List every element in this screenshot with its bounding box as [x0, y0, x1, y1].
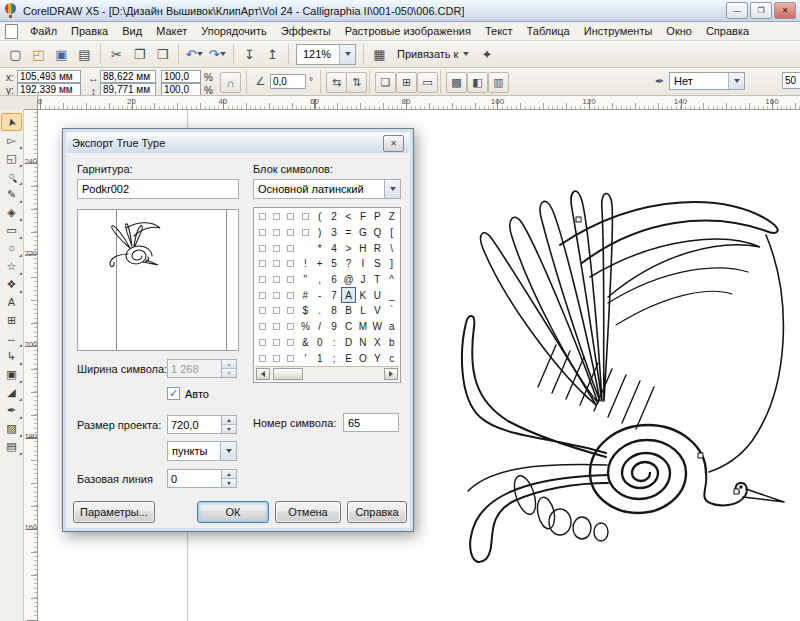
- text-tool[interactable]: A: [1, 293, 22, 311]
- dialog-titlebar[interactable]: Экспорт True Type ✕: [67, 133, 409, 153]
- redo-button[interactable]: ↷: [206, 43, 229, 65]
- snap-to-combo[interactable]: Привязать к: [391, 43, 475, 65]
- glyph-cell[interactable]: 9: [327, 319, 341, 335]
- glyph-cell[interactable]: ?: [341, 256, 355, 272]
- export-button[interactable]: ↥: [261, 43, 284, 65]
- glyph-cell[interactable]: I: [356, 256, 370, 272]
- glyph-cell[interactable]: :: [327, 335, 341, 351]
- glyph-cell[interactable]: ^: [385, 272, 399, 288]
- glyph-cell[interactable]: [284, 303, 298, 319]
- glyph-cell[interactable]: [269, 240, 283, 256]
- glyph-cell[interactable]: >: [341, 240, 355, 256]
- glyph-cell[interactable]: [298, 225, 312, 241]
- glyph-cell[interactable]: D: [341, 335, 355, 351]
- ruler-origin-corner[interactable]: [24, 96, 38, 110]
- glyph-cell[interactable]: [269, 272, 283, 288]
- object-width-field[interactable]: 88,622 мм: [100, 70, 156, 83]
- glyph-cell[interactable]: [269, 350, 283, 366]
- undo-button[interactable]: ↶: [183, 43, 206, 65]
- ok-button[interactable]: ОК: [197, 501, 269, 523]
- spin-up-icon[interactable]: [222, 416, 236, 424]
- glyph-cell[interactable]: A: [341, 287, 355, 303]
- cancel-button[interactable]: Отмена: [275, 501, 341, 523]
- menu-item[interactable]: Файл: [23, 22, 64, 41]
- menu-item[interactable]: Справка: [699, 22, 756, 41]
- glyph-cell[interactable]: 7: [327, 287, 341, 303]
- glyph-cell[interactable]: ): [313, 225, 327, 241]
- scrollbar-thumb[interactable]: [273, 368, 303, 380]
- frame-button[interactable]: ▭: [417, 72, 438, 93]
- x-position-field[interactable]: 105,493 мм: [17, 70, 81, 83]
- glyph-cell[interactable]: [255, 256, 269, 272]
- glyph-cell[interactable]: [255, 272, 269, 288]
- glyph-cell[interactable]: [269, 319, 283, 335]
- glyph-cell[interactable]: [284, 225, 298, 241]
- glyph-cell[interactable]: [255, 225, 269, 241]
- glyph-cell[interactable]: X: [370, 335, 384, 351]
- dialog-close-button[interactable]: ✕: [383, 135, 404, 152]
- glyph-cell[interactable]: [284, 350, 298, 366]
- mirror-vertical-button[interactable]: ⇅: [346, 72, 367, 93]
- baseline-spinner[interactable]: 0: [167, 469, 237, 488]
- glyph-cell[interactable]: %: [298, 319, 312, 335]
- glyph-cell[interactable]: (: [313, 209, 327, 225]
- glyph-cell[interactable]: ': [298, 350, 312, 366]
- scale-y-field[interactable]: 100,0: [161, 83, 201, 96]
- glyph-cell[interactable]: ,: [313, 272, 327, 288]
- glyph-cell[interactable]: 2: [327, 209, 341, 225]
- ellipse-tool[interactable]: ○: [1, 239, 22, 257]
- glyph-cell[interactable]: E: [341, 350, 355, 366]
- spin-down-icon[interactable]: [222, 478, 236, 487]
- glyph-cell[interactable]: B: [341, 303, 355, 319]
- pick-tool[interactable]: ➤: [1, 113, 22, 131]
- scroll-left-button[interactable]: [256, 368, 270, 380]
- glyph-cell[interactable]: [269, 335, 283, 351]
- glyph-cell[interactable]: @: [341, 272, 355, 288]
- glyph-cell[interactable]: [284, 319, 298, 335]
- glyph-cell[interactable]: J: [356, 272, 370, 288]
- glyph-cell[interactable]: [255, 303, 269, 319]
- grid-button[interactable]: ⊞: [396, 72, 417, 93]
- glyph-cell[interactable]: $: [298, 303, 312, 319]
- maximize-button[interactable]: ❐: [750, 2, 772, 19]
- glyph-cell[interactable]: !: [298, 256, 312, 272]
- glyph-cell[interactable]: [284, 287, 298, 303]
- menu-item[interactable]: Инструменты: [577, 22, 660, 41]
- glyph-cell[interactable]: Z: [385, 209, 399, 225]
- glyph-cell[interactable]: M: [356, 319, 370, 335]
- glyph-cell[interactable]: [284, 335, 298, 351]
- glyph-cell[interactable]: Q: [370, 225, 384, 241]
- halftone-button[interactable]: ◧: [467, 72, 488, 93]
- connector-tool[interactable]: ↳: [1, 347, 22, 365]
- close-button[interactable]: ✕: [774, 2, 796, 19]
- import-button[interactable]: ↧: [238, 43, 261, 65]
- glyph-cell[interactable]: [269, 209, 283, 225]
- units-select[interactable]: пункты: [167, 441, 237, 461]
- effects-button[interactable]: ▩: [446, 72, 467, 93]
- glyph-cell[interactable]: 4: [327, 240, 341, 256]
- spinner-buttons[interactable]: [221, 470, 236, 487]
- blend-tool[interactable]: ▣: [1, 365, 22, 383]
- auto-checkbox[interactable]: ✓ Авто: [167, 387, 209, 400]
- glyph-cell[interactable]: &: [298, 335, 312, 351]
- glyph-cell[interactable]: +: [313, 256, 327, 272]
- y-position-field[interactable]: 192,339 мм: [17, 83, 81, 96]
- menu-item[interactable]: Вид: [115, 22, 149, 41]
- freehand-tool[interactable]: ✎: [1, 185, 22, 203]
- glyph-cell[interactable]: [269, 256, 283, 272]
- dropdown-button[interactable]: [339, 45, 355, 64]
- glyph-cell[interactable]: =: [341, 225, 355, 241]
- horizontal-ruler[interactable]: 020406080100120140160: [38, 96, 800, 110]
- glyph-cell[interactable]: [284, 256, 298, 272]
- glyph-cell[interactable]: [255, 319, 269, 335]
- symbol-block-select[interactable]: Основной латинский: [253, 179, 401, 199]
- shape-tool[interactable]: ▻: [1, 131, 22, 149]
- glyph-cell[interactable]: .: [313, 303, 327, 319]
- save-button[interactable]: ▣: [50, 43, 73, 65]
- glyph-cell[interactable]: W: [370, 319, 384, 335]
- zoom-tool[interactable]: ○: [1, 167, 22, 185]
- glyph-cell[interactable]: U: [370, 287, 384, 303]
- help-button[interactable]: Справка: [347, 501, 407, 523]
- glyph-cell[interactable]: \: [385, 240, 399, 256]
- cut-button[interactable]: ✂: [105, 43, 128, 65]
